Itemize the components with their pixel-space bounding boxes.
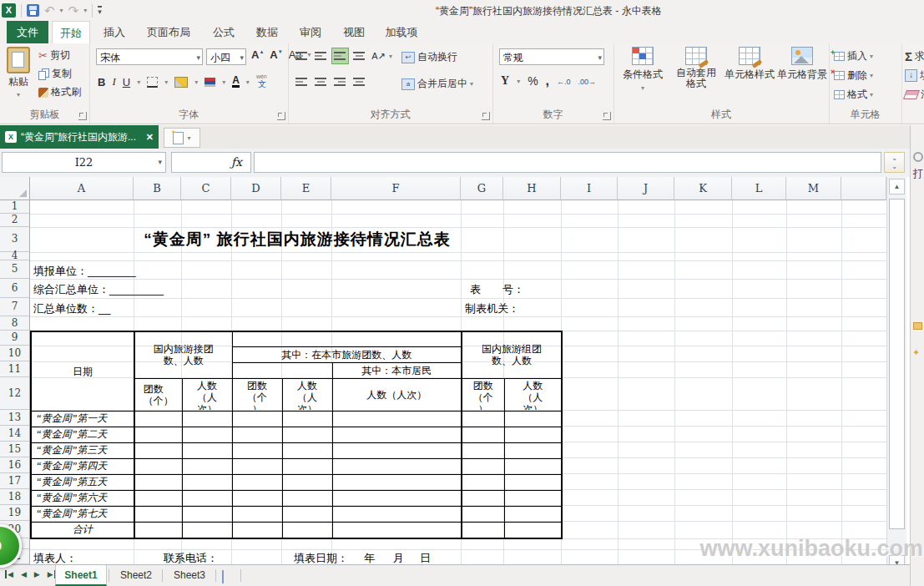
header-sub-cell[interactable]: 人数 （人 次） <box>504 378 562 411</box>
data-cell[interactable] <box>332 522 462 538</box>
row-header-19[interactable]: 19 <box>0 505 29 521</box>
sheet-tab-sheet2[interactable]: Sheet2 <box>112 565 160 586</box>
data-cell[interactable] <box>504 458 562 474</box>
tab-home[interactable]: 开始 <box>52 21 90 43</box>
row-header-7[interactable]: 7 <box>0 298 29 316</box>
data-cell[interactable] <box>232 442 282 458</box>
tab-data[interactable]: 数据 <box>247 21 287 43</box>
row-header-18[interactable]: 18 <box>0 489 29 505</box>
data-cell[interactable] <box>134 411 182 427</box>
merge-center-button[interactable]: 合并后居中 ▾ <box>401 77 473 91</box>
column-header-A[interactable]: A <box>30 177 134 200</box>
day-label[interactable]: “黄金周”第一天 <box>31 411 134 427</box>
chevron-down-icon[interactable]: ▾ <box>246 78 250 86</box>
day-label[interactable]: “黄金周”第五天 <box>31 474 134 490</box>
data-cell[interactable] <box>332 427 462 442</box>
select-all-corner[interactable] <box>0 177 30 200</box>
header-sub-cell[interactable]: 人数（人次） <box>332 378 462 411</box>
data-cell[interactable] <box>232 490 282 506</box>
column-header-K[interactable]: K <box>674 177 732 200</box>
column-header-B[interactable]: B <box>134 177 181 200</box>
currency-format-icon[interactable] <box>501 74 509 88</box>
cell-background-button[interactable]: 单元格背景 <box>777 47 827 82</box>
header-sub-cell[interactable]: 人数 （人 次） <box>182 378 232 411</box>
data-cell[interactable] <box>182 427 232 442</box>
copy-button[interactable]: 复制 <box>38 67 72 81</box>
column-header-D[interactable]: D <box>231 177 281 200</box>
chevron-down-icon[interactable]: ▾ <box>389 53 392 60</box>
chevron-down-icon[interactable]: ▾ <box>517 78 520 85</box>
header-sub-cell[interactable]: 团数 （个 ） <box>232 378 282 411</box>
column-header-partial[interactable] <box>841 177 886 200</box>
document-tab-active[interactable]: “黄金周”旅行社国内旅游... <box>0 125 159 149</box>
data-cell[interactable] <box>504 411 562 427</box>
increase-decimal-icon[interactable] <box>557 75 571 87</box>
vertical-scrollbar-thumb[interactable] <box>889 199 905 529</box>
data-cell[interactable] <box>232 427 282 442</box>
data-cell[interactable] <box>282 427 332 442</box>
data-cell[interactable] <box>332 458 462 474</box>
italic-icon[interactable] <box>112 75 115 88</box>
data-cell[interactable] <box>182 474 232 490</box>
data-cell[interactable] <box>504 427 562 442</box>
data-cell[interactable] <box>462 411 504 427</box>
sheet-tab-sheet1[interactable]: Sheet1 <box>55 565 107 586</box>
data-cell[interactable] <box>282 490 332 506</box>
decrease-decimal-icon[interactable] <box>578 75 597 87</box>
fill-button[interactable]: 填充 <box>905 68 924 83</box>
row-header-8[interactable]: 8 <box>0 316 29 331</box>
autoformat-button[interactable]: 自动套用格式 <box>670 47 722 89</box>
row-header-15[interactable]: 15 <box>0 442 29 457</box>
data-cell[interactable] <box>134 506 182 522</box>
customize-toolbar-icon[interactable] <box>98 6 102 15</box>
data-cell[interactable] <box>232 474 282 490</box>
star-icon[interactable] <box>912 347 920 358</box>
header-empty-cell[interactable] <box>232 362 332 378</box>
vertical-scrollbar[interactable]: ▲ ▼ <box>886 177 906 574</box>
cut-button[interactable]: 剪切 <box>38 48 70 63</box>
column-header-M[interactable]: M <box>786 177 841 200</box>
data-cell[interactable] <box>182 490 232 506</box>
alignment-dialog-launcher-icon[interactable] <box>482 112 490 120</box>
redo-dropdown-icon[interactable]: ▾ <box>83 7 87 14</box>
header-sub-cell[interactable]: 人数 （人 次） <box>282 378 332 411</box>
next-sheet-icon[interactable]: ▶ <box>34 570 40 578</box>
data-cell[interactable] <box>282 522 332 538</box>
day-label[interactable]: “黄金周”第七天 <box>31 506 134 522</box>
column-header-G[interactable]: G <box>461 177 503 200</box>
align-top-button[interactable] <box>293 48 311 64</box>
tab-addins[interactable]: 加载项 <box>377 21 426 43</box>
data-cell[interactable] <box>134 522 182 538</box>
name-box-dropdown-icon[interactable] <box>158 153 162 172</box>
data-cell[interactable] <box>332 411 462 427</box>
column-header-I[interactable]: I <box>561 177 618 200</box>
data-cell[interactable] <box>282 458 332 474</box>
chevron-down-icon[interactable]: ▾ <box>164 78 168 86</box>
data-cell[interactable] <box>504 490 562 506</box>
data-cell[interactable] <box>134 490 182 506</box>
row-header-2[interactable]: 2 <box>0 214 29 227</box>
row-header-14[interactable]: 14 <box>0 426 29 442</box>
align-left-button[interactable] <box>293 73 311 90</box>
column-header-J[interactable]: J <box>618 177 674 200</box>
wrap-text-button[interactable]: 自动换行 <box>401 50 457 64</box>
number-dialog-launcher-icon[interactable] <box>603 112 611 120</box>
chevron-down-icon[interactable]: ▾ <box>870 53 873 60</box>
chevron-down-icon[interactable]: ▾ <box>870 91 873 99</box>
cell-styles-button[interactable]: 单元格样式 <box>724 47 775 82</box>
row-header-11[interactable]: 11 <box>0 361 29 377</box>
row-header-10[interactable]: 10 <box>0 346 29 361</box>
chevron-down-icon[interactable] <box>196 49 200 66</box>
data-cell[interactable] <box>182 442 232 458</box>
chevron-down-icon[interactable]: ▾ <box>470 80 473 88</box>
data-cell[interactable] <box>332 490 462 506</box>
day-label[interactable]: “黄金周”第四天 <box>31 458 134 474</box>
data-cell[interactable] <box>134 474 182 490</box>
data-cell[interactable] <box>232 411 282 427</box>
format-painter-button[interactable]: 格式刷 <box>38 85 81 99</box>
header-empty-cell[interactable] <box>232 331 462 346</box>
chevron-down-icon[interactable] <box>598 49 602 66</box>
row-header-13[interactable]: 13 <box>0 410 29 426</box>
data-cell[interactable] <box>332 474 462 490</box>
tab-formulas[interactable]: 公式 <box>204 21 244 43</box>
